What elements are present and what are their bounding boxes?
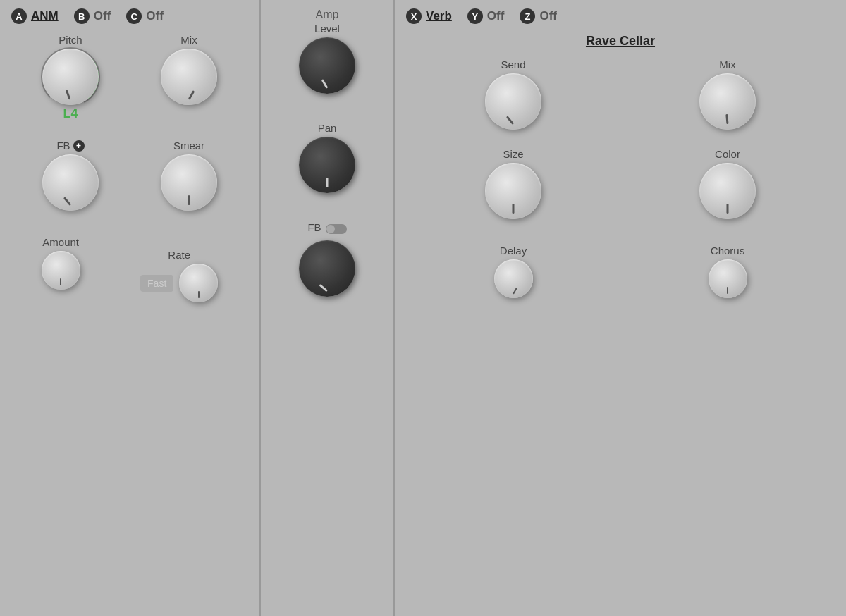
fast-button[interactable]: Fast: [140, 275, 173, 292]
chorus-label: Chorus: [711, 245, 744, 257]
pan-area: Pan: [272, 122, 382, 221]
center-panel: Amp Level Pan FB: [261, 0, 395, 616]
slot-b-badge[interactable]: B: [74, 8, 90, 24]
left-panel: A ANM B Off C Off Pitch L4 Mix: [0, 0, 261, 616]
delay-knob-cell: Delay: [494, 245, 533, 298]
mix-top-label: Mix: [180, 34, 197, 46]
fb-center-area: FB: [272, 221, 382, 297]
fb-label: FB +: [56, 140, 84, 152]
fb-toggle-switch[interactable]: [326, 224, 347, 234]
color-label: Color: [715, 148, 740, 160]
slot-c-badge[interactable]: C: [126, 8, 142, 24]
pitch-value: L4: [63, 106, 78, 121]
slot-c-label[interactable]: Off: [146, 9, 164, 23]
rate-label: Rate: [168, 249, 190, 261]
pitch-label: Pitch: [59, 34, 82, 46]
fb-toggle-row: FB: [307, 221, 346, 236]
size-knob[interactable]: [485, 163, 541, 219]
right-header: X Verb Y Off Z Off: [406, 8, 835, 24]
slot-a-badge[interactable]: A: [11, 8, 27, 24]
slot-a-label[interactable]: ANM: [31, 9, 59, 23]
amp-label: Amp: [316, 8, 339, 21]
slot-x-badge[interactable]: X: [406, 8, 422, 24]
slot-z-label[interactable]: Off: [539, 9, 557, 23]
color-knob-cell: Color: [699, 148, 756, 219]
fb-knob-cell: FB +: [42, 140, 99, 211]
fb-center-label: FB: [307, 221, 321, 233]
pitch-knob[interactable]: [42, 49, 99, 105]
delay-label: Delay: [500, 245, 527, 257]
mix-right-knob[interactable]: [699, 73, 756, 130]
right-panel: X Verb Y Off Z Off Rave Cellar Send Mix …: [395, 0, 846, 616]
mix-top-knob-cell: Mix: [161, 34, 217, 121]
amount-knob-cell: Amount: [42, 236, 80, 290]
smear-knob-cell: Smear: [161, 140, 217, 211]
send-knob-cell: Send: [485, 58, 541, 130]
level-knob[interactable]: [299, 37, 355, 94]
rate-area: Rate Fast: [140, 249, 218, 302]
mix-right-knob-cell: Mix: [699, 58, 756, 130]
fb-knob[interactable]: [42, 154, 99, 211]
send-knob[interactable]: [485, 73, 541, 130]
fb-plus-icon[interactable]: +: [73, 140, 85, 152]
level-label: Level: [314, 23, 340, 35]
smear-label: Smear: [173, 140, 204, 152]
slot-y-label[interactable]: Off: [487, 9, 505, 23]
size-label: Size: [503, 148, 523, 160]
send-label: Send: [501, 58, 525, 70]
left-header: A ANM B Off C Off: [11, 8, 248, 24]
rate-knob[interactable]: [179, 264, 218, 302]
chorus-knob-cell: Chorus: [709, 245, 747, 298]
chorus-knob[interactable]: [709, 259, 747, 298]
amount-label: Amount: [42, 236, 79, 248]
size-knob-cell: Size: [485, 148, 541, 219]
level-area: Level: [272, 23, 382, 122]
color-knob[interactable]: [699, 163, 756, 219]
slot-x-label[interactable]: Verb: [426, 9, 452, 23]
slot-y-badge[interactable]: Y: [467, 8, 483, 24]
slot-z-badge[interactable]: Z: [520, 8, 535, 24]
mix-top-knob[interactable]: [161, 49, 217, 105]
amount-knob[interactable]: [42, 251, 80, 290]
fb-center-knob[interactable]: [299, 240, 355, 297]
pan-knob[interactable]: [299, 137, 355, 193]
pitch-knob-cell: Pitch L4: [42, 34, 99, 121]
slot-b-label[interactable]: Off: [94, 9, 111, 23]
pan-label: Pan: [318, 122, 337, 134]
mix-right-label: Mix: [719, 58, 735, 70]
right-panel-title: Rave Cellar: [406, 34, 835, 49]
delay-knob[interactable]: [494, 259, 533, 298]
smear-knob[interactable]: [161, 154, 217, 211]
